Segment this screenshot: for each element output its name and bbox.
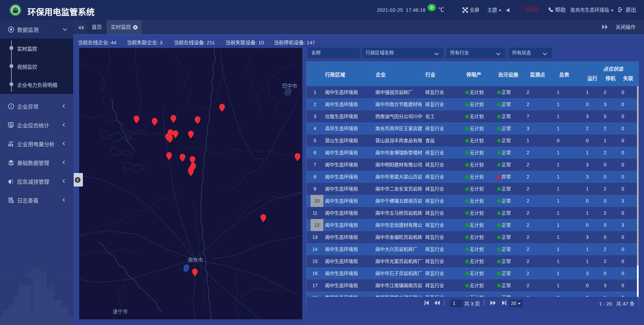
svg-text:南充市: 南充市: [188, 257, 203, 263]
svg-text:巴中市: 巴中市: [282, 83, 297, 89]
svg-text:遂宁市: 遂宁市: [113, 309, 128, 314]
